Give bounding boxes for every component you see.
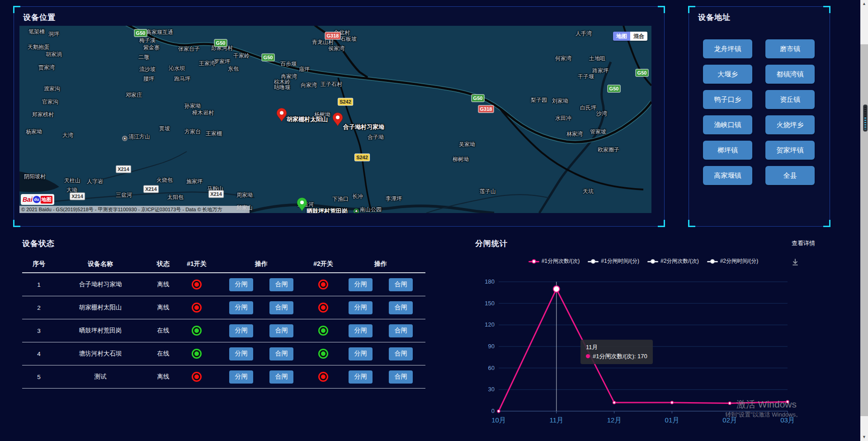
close-switch2-button[interactable]: 合闸 [389,347,413,360]
address-button[interactable]: 都镇湾镇 [765,65,815,84]
chart-legend: #1分闸次数/(次)#1分闸时间/(分)#2分闸次数/(次)#2分闸时间/(分) [499,257,788,265]
column-header: 状态 [145,260,181,268]
page-scrollbar[interactable]: ▲ ▼ [860,0,868,441]
device-address-panel: 设备地址 龙舟坪镇磨市镇大堰乡都镇湾镇鸭子口乡资丘镇渔峡口镇火烧坪乡榔坪镇贺家坪… [689,6,830,227]
view-details-link[interactable]: 查看详情 [792,239,815,247]
map-place-label: 向家湾 [301,81,317,89]
legend-label: #1分闸次数/(次) [542,257,580,265]
open-switch2-button[interactable]: 分闸 [349,278,373,291]
close-switch1-button[interactable]: 合闸 [269,278,293,291]
baidu-logo-text: Bai [23,196,33,203]
map-type-hybrid-button[interactable]: 混合 [630,32,647,41]
open-switch2-button[interactable]: 分闸 [349,301,373,314]
open-switch1-button[interactable]: 分闸 [229,324,253,337]
device-marker-red[interactable] [332,113,343,126]
map-place-label: 庙坪 [299,66,310,73]
device-name: 合子坳村习家坳 [56,280,145,289]
switch2-indicator [318,280,328,289]
road-badge-s242: S242 [354,154,370,161]
address-button[interactable]: 大堰乡 [703,65,752,84]
switch1-indicator [192,349,202,359]
map-place-label: 洞坪 [48,30,59,38]
legend-item[interactable]: #2分闸次数/(次) [647,257,699,265]
row-number: 2 [22,304,56,311]
switch2-indicator [318,372,328,382]
close-switch2-button[interactable]: 合闸 [389,278,413,291]
address-button[interactable]: 高家堰镇 [703,166,752,185]
scroll-down-icon[interactable]: ▼ [860,433,868,441]
map-place-label: 天坑 [583,188,594,195]
open-switch1-button[interactable]: 分闸 [229,347,253,360]
close-switch2-button[interactable]: 合闸 [389,324,413,337]
close-switch2-button[interactable]: 合闸 [389,301,413,314]
table-row: 1合子坳村习家坳离线分闸合闸分闸合闸 [22,273,425,296]
address-button[interactable]: 全县 [765,166,815,185]
corner-accent [823,6,830,13]
baidu-map[interactable]: 笔架槽洞坪天鹅抱蛋胡家淌贾家湾渡家沟官家沟郑家榜村杨家坳大湾梅子溪紫金寨二墩流沙… [19,26,651,213]
close-switch2-button[interactable]: 合闸 [389,370,413,384]
close-switch1-button[interactable]: 合闸 [269,370,293,384]
address-button[interactable]: 贺家坪镇 [765,141,815,160]
address-button[interactable]: 龙舟坪镇 [703,39,752,58]
map-place-label: 紫金寨 [143,44,160,52]
legend-item[interactable]: #1分闸次数/(次) [528,257,580,265]
close-switch1-button[interactable]: 合闸 [269,347,293,360]
address-button[interactable]: 火烧坪乡 [765,115,815,134]
indicator-core [194,351,199,356]
map-place-label: 王家湾 [199,60,215,67]
legend-marker-icon [528,259,539,264]
map-place-label: 方家台 [184,128,201,136]
windows-watermark-line1: 激活 Windows [736,398,797,411]
open-switch2-button[interactable]: 分闸 [349,370,373,384]
device-marker-green[interactable] [297,198,307,211]
legend-item[interactable]: #1分闸时间/(分) [588,257,639,265]
open-switch1-button[interactable]: 分闸 [229,278,253,291]
indicator-core [321,305,326,310]
map-place-label: 东包 [228,65,239,73]
svg-text:0: 0 [491,408,495,414]
map-place-label: 欧家圈子 [598,146,619,154]
address-button[interactable]: 渔峡口镇 [703,115,752,134]
table-header-row: 序号设备名称状态#1开关操作#2开关操作 [22,256,425,273]
open-switch2-button[interactable]: 分闸 [349,324,373,337]
scroll-up-icon[interactable]: ▲ [860,0,868,8]
address-button[interactable]: 榔坪镇 [703,141,752,160]
map-type-map-button[interactable]: 地图 [613,32,630,41]
table-body: 1合子坳村习家坳离线分闸合闸分闸合闸2胡家棚村太阳山离线分闸合闸分闸合闸3晒鼓坪… [22,273,425,389]
map-place-label: 跑马坪 [174,75,190,83]
device-location-panel: 设备位置 笔架槽洞坪天鹅抱蛋胡家淌贾家湾渡家沟官家沟郑家榜村杨家坳大湾梅子溪紫金… [14,6,665,227]
svg-text:11月: 11月 [550,416,564,424]
address-button[interactable]: 磨市镇 [765,39,815,58]
address-button[interactable]: 资丘镇 [765,90,815,109]
device-name: 胡家棚村太阳山 [56,303,145,312]
switch1-indicator [192,280,202,289]
scrollbar-thumb[interactable] [860,44,868,416]
close-switch1-button[interactable]: 合闸 [269,301,293,314]
table-row: 4塘坊河村大石坝在线分闸合闸分闸合闸 [22,342,425,365]
map-place-label: ♣南山公园 [354,206,382,213]
map-place-label: 下渔口 [332,195,349,203]
legend-item[interactable]: #2分闸时间/(分) [707,257,759,265]
road-badge-x214: X214 [116,166,131,173]
open-switch2-button[interactable]: 分闸 [349,347,373,360]
device-name: 测试 [56,373,145,381]
device-name: 晒鼓坪村荒田岗 [56,327,145,335]
map-place-label: 土地咀 [589,55,605,62]
address-button[interactable]: 鸭子口乡 [703,90,752,109]
baidu-map-badge: 地图 [41,196,52,204]
baidu-logo[interactable]: Bai du 地图 [21,194,54,205]
close-switch1-button[interactable]: 合闸 [269,324,293,337]
device-name: 塘坊河村大石坝 [56,350,145,358]
switch1-actions: 分闸合闸 [212,301,311,314]
open-switch1-button[interactable]: 分闸 [229,301,253,314]
corner-accent [688,6,695,13]
map-place-label: 长冲 [352,193,363,200]
open-switch1-button[interactable]: 分闸 [229,370,253,384]
road-badge-g50: G50 [608,85,621,93]
download-icon[interactable] [791,258,799,268]
panel-title-location: 设备位置 [23,12,56,23]
device-status: 离线 [145,303,181,312]
dashboard: 设备位置 笔架槽洞坪天鹅抱蛋胡家淌贾家湾渡家沟官家沟郑家榜村杨家坳大湾梅子溪紫金… [0,0,868,441]
device-marker-red[interactable] [276,108,287,122]
map-place-label: 人手湾 [576,30,592,38]
